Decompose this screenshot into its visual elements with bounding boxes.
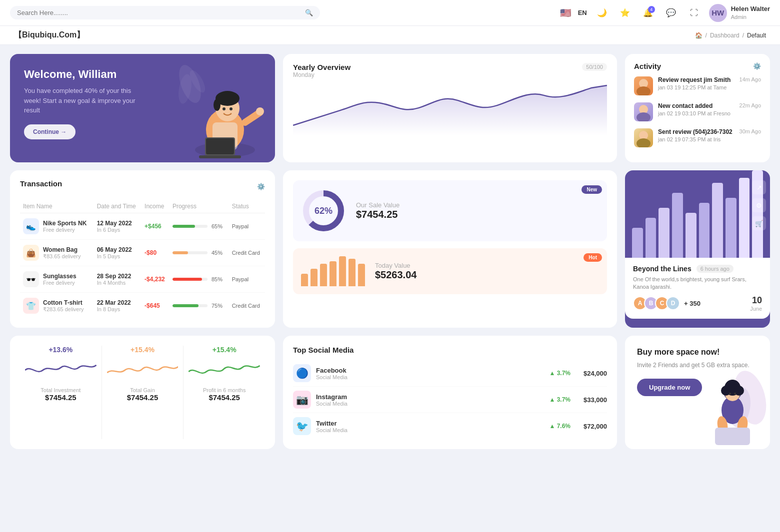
beyond-bar	[739, 178, 750, 258]
beyond-bar	[672, 193, 683, 258]
breadcrumb-bar: 【Biqubiqu.Com】 🏠 / Dashboard / Default	[0, 26, 780, 45]
beyond-card: ↗ ⚙ 🛒 Beyond the Lines 6 hours ago One O…	[625, 170, 770, 328]
yearly-day: Monday	[293, 71, 350, 78]
activity-thumb-3	[634, 128, 653, 147]
donut-chart: 62%	[301, 188, 346, 233]
breadcrumb-dashboard[interactable]: Dashboard	[710, 32, 740, 39]
nav-right: 🇺🇸 EN 🌙 ⭐ 🔔 4 💬 ⛶ HW Helen Walter Admin	[560, 4, 770, 22]
social-type: Social Media	[316, 374, 348, 380]
yearly-overview-card: Yearly Overview Monday 50/100	[283, 54, 617, 162]
stat-item: +15.4% Total Gain $7454.25	[102, 346, 184, 439]
beyond-icon-2[interactable]: ⚙	[752, 198, 766, 212]
svg-rect-34	[715, 428, 750, 445]
beyond-icon-3[interactable]: 🛒	[752, 216, 766, 230]
beyond-date: 10	[750, 295, 762, 306]
beyond-month: June	[750, 306, 762, 312]
fullscreen-icon[interactable]: ⛶	[686, 5, 702, 21]
sale-value: $7454.25	[356, 209, 599, 220]
activity-time-1: 14m Ago	[740, 76, 761, 82]
user-role: Admin	[731, 13, 770, 20]
sale-label: Our Sale Value	[356, 201, 599, 209]
beyond-time: 6 hours ago	[696, 265, 734, 273]
svg-point-15	[230, 107, 232, 110]
mini-bar	[358, 264, 365, 286]
notifications-icon[interactable]: 🔔 4	[640, 5, 656, 21]
hot-badge: Hot	[584, 253, 602, 262]
donut-label: 62%	[314, 206, 332, 216]
home-icon[interactable]: 🏠	[695, 32, 702, 39]
upgrade-button[interactable]: Upgrade now	[637, 379, 702, 396]
table-row: 🕶️ Sunglasses Free delivery 28 Sep 2022 …	[20, 266, 265, 293]
mini-bar	[348, 259, 356, 286]
svg-rect-10	[206, 138, 234, 154]
svg-point-35	[729, 393, 731, 395]
today-label: Today Value	[375, 262, 599, 269]
upgrade-card: Buy more space now! Invite 2 Friends and…	[625, 336, 770, 449]
svg-point-8	[214, 99, 220, 111]
col-status: Status	[229, 200, 265, 213]
search-bar[interactable]: 🔍	[10, 6, 320, 19]
stat-item: +13.6% Total Investment $7454.25	[20, 346, 102, 439]
beyond-side-icons: ↗ ⚙ 🛒	[752, 180, 766, 230]
activity-item-2: New contact added jan 02 19 03:10 PM at …	[634, 102, 761, 121]
social-item: 🔵 Facebook Social Media ▲ 3.7% $24,000	[293, 360, 607, 387]
mini-bar	[339, 256, 346, 286]
activity-settings-icon[interactable]: ⚙️	[753, 62, 761, 70]
messages-icon[interactable]: 💬	[663, 5, 679, 21]
beyond-icon-1[interactable]: ↗	[752, 180, 766, 194]
stat-wave	[25, 358, 96, 383]
col-date-time: Date and Time	[94, 200, 142, 213]
stat-label: Total Gain	[107, 387, 178, 393]
beyond-bar	[699, 203, 710, 258]
stat-wave	[188, 358, 260, 383]
mini-bar	[310, 269, 318, 286]
continue-button[interactable]: Continue →	[24, 124, 76, 139]
stats-card: +13.6% Total Investment $7454.25 +15.4% …	[10, 336, 275, 449]
welcome-card: Welcome, William You have completed 40% …	[10, 54, 275, 162]
social-growth: ▲ 3.7%	[549, 370, 570, 377]
star-icon[interactable]: ⭐	[617, 5, 633, 21]
beyond-chart	[625, 170, 770, 258]
dark-mode-toggle[interactable]: 🌙	[594, 5, 610, 21]
beyond-avatars: ABCD	[633, 296, 680, 310]
search-input[interactable]	[17, 9, 301, 16]
beyond-bar	[726, 198, 736, 258]
stat-label: Profit in 6 months	[188, 387, 260, 393]
activity-detail-1: jan 03 19 12:25 PM at Tame	[658, 84, 726, 90]
stat-label: Total Investment	[25, 387, 96, 393]
notification-badge: 4	[648, 6, 655, 13]
user-profile[interactable]: HW Helen Walter Admin	[709, 4, 770, 22]
yearly-chart	[293, 80, 607, 135]
transaction-title: Transaction	[20, 179, 62, 188]
brand-logo: 【Biqubiqu.Com】	[14, 30, 84, 40]
social-item: 🐦 Twitter Social Media ▲ 7.6% $72,000	[293, 413, 607, 439]
stat-pct: +13.6%	[25, 346, 96, 354]
stat-item: +15.4% Profit in 6 months $7454.25	[183, 346, 265, 439]
search-icon: 🔍	[305, 9, 313, 16]
sale-value-card: New 62% Our Sale Value $7454.25 Hot Toda…	[283, 170, 617, 328]
today-value: $5263.04	[375, 269, 599, 281]
sale-text: Our Sale Value $7454.25	[356, 201, 599, 220]
beyond-bar	[632, 228, 643, 258]
table-row: 👕 Cotton T-shirt ₹283.65 delivery 22 Mar…	[20, 293, 265, 319]
user-info: Helen Walter Admin	[731, 5, 770, 20]
avatar: HW	[709, 4, 727, 22]
upgrade-illustration	[700, 368, 770, 449]
social-growth: ▲ 7.6%	[549, 423, 570, 430]
social-icon: 🐦	[293, 417, 311, 435]
social-icon: 📷	[293, 391, 311, 409]
avatar: D	[666, 296, 680, 310]
lang-text[interactable]: EN	[578, 9, 587, 16]
breadcrumb-default: Default	[747, 32, 766, 39]
social-name: Twitter	[316, 420, 348, 427]
activity-name-3: Sent review (504)236-7302	[658, 128, 734, 135]
social-growth: ▲ 3.7%	[549, 396, 570, 403]
mini-bar	[330, 261, 336, 286]
transaction-settings-icon[interactable]: ⚙️	[257, 183, 265, 190]
activity-detail-3: jan 02 19 07:35 PM at Iris	[658, 136, 720, 142]
stat-pct: +15.4%	[188, 346, 260, 354]
transaction-table: Item Name Date and Time Income Progress …	[20, 200, 265, 319]
beyond-bar	[646, 218, 656, 258]
upgrade-title: Buy more space now!	[637, 348, 758, 357]
social-name: Facebook	[316, 367, 348, 374]
